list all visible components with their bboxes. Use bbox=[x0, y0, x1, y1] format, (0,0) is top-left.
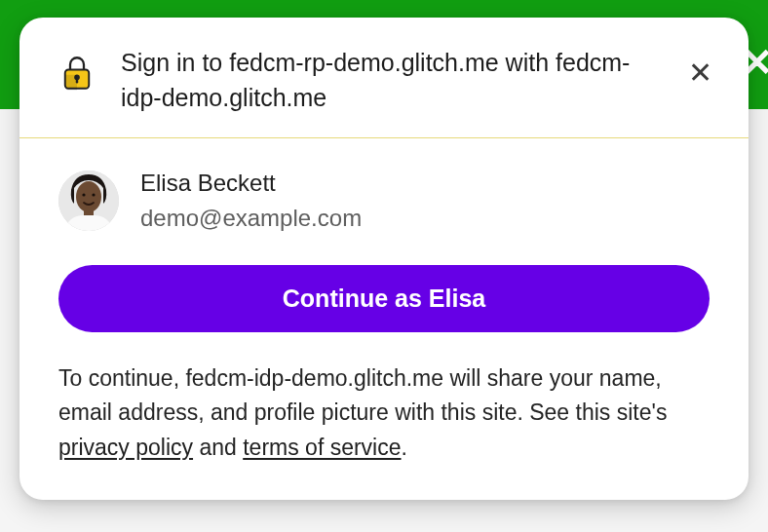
close-icon: ✕ bbox=[688, 56, 712, 90]
continue-button[interactable]: Continue as Elisa bbox=[58, 265, 710, 332]
disclosure-idp: fedcm-idp-demo.glitch.me bbox=[185, 365, 443, 391]
account-email: demo@example.com bbox=[140, 201, 362, 236]
svg-point-7 bbox=[82, 193, 85, 196]
avatar bbox=[58, 171, 119, 231]
privacy-policy-link[interactable]: privacy policy bbox=[58, 435, 193, 460]
account-name: Elisa Beckett bbox=[140, 166, 362, 201]
dialog-body: Elisa Beckett demo@example.com Continue … bbox=[19, 138, 749, 501]
rp-domain: fedcm-rp-demo.glitch.me bbox=[229, 49, 498, 76]
account-row: Elisa Beckett demo@example.com bbox=[58, 166, 710, 236]
dialog-title: Sign in to fedcm-rp-demo.glitch.me with … bbox=[121, 45, 678, 116]
title-prefix: Sign in to bbox=[121, 49, 229, 76]
dialog-header: Sign in to fedcm-rp-demo.glitch.me with … bbox=[19, 18, 749, 138]
disclosure-period: . bbox=[402, 435, 407, 460]
fedcm-dialog: Sign in to fedcm-rp-demo.glitch.me with … bbox=[19, 18, 749, 500]
disclosure-intro: To continue, bbox=[58, 365, 185, 391]
svg-point-8 bbox=[92, 193, 95, 196]
title-with: with bbox=[499, 49, 556, 76]
lock-icon bbox=[57, 53, 97, 94]
account-info: Elisa Beckett demo@example.com bbox=[140, 166, 362, 236]
disclosure-and: and bbox=[193, 435, 243, 460]
close-button[interactable]: ✕ bbox=[678, 51, 721, 94]
disclosure-text: To continue, fedcm-idp-demo.glitch.me wi… bbox=[58, 361, 710, 466]
terms-of-service-link[interactable]: terms of service bbox=[243, 435, 401, 460]
